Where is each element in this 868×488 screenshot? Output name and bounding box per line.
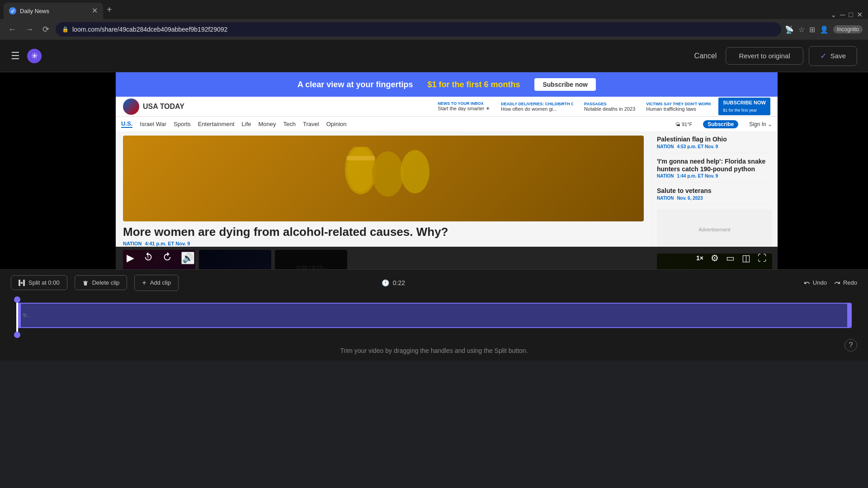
add-clip-label: Add clip [150, 279, 171, 286]
main-article-time: 4:41 p.m. ET Nov. 9 [145, 241, 190, 246]
svg-rect-2 [346, 156, 375, 160]
close-window-button[interactable]: ✕ [857, 10, 863, 19]
subscribe-nav-button[interactable]: Subscribe [703, 120, 738, 128]
nav-entertainment[interactable]: Entertainment [198, 121, 235, 127]
sidebar-article-2-meta: NATION 1:44 p.m. ET Nov. 9 [657, 174, 772, 178]
timeline-playhead-bottom [14, 332, 20, 338]
speed-button[interactable]: 1× [696, 254, 703, 262]
secure-lock-icon: 🔒 [62, 26, 69, 33]
rewind-button[interactable]: 5 [143, 252, 153, 264]
incognito-badge: Incognito [833, 25, 863, 33]
sidebar-article-1-meta: NATION 4:53 p.m. ET Nov. 9 [657, 144, 772, 149]
usa-today-logo-text: USA TODAY [143, 103, 184, 111]
layout-button-2[interactable]: ◫ [742, 253, 750, 263]
nav-israel-war[interactable]: Israel War [140, 121, 166, 127]
layout-button-1[interactable]: ▭ [726, 253, 735, 263]
headline-item-3: PASSAGES Notable deaths in 2023 [584, 102, 635, 112]
headline-label-4: VICTIMS SAY THEY DON'T WORK [646, 102, 711, 106]
usa-today-header: USA TODAY NEWS TO YOUR INBOX Start the d… [116, 97, 778, 117]
sign-in-button[interactable]: Sign In ⌄ [749, 121, 772, 127]
sidebar-article-3-title: Salute to veterans [657, 187, 772, 195]
subscribe-now-header-button[interactable]: SUBSCRIBE NOW$1 for the first year [718, 98, 770, 115]
main-article-title: More women are dying from alcohol-relate… [123, 225, 644, 239]
ad-banner: A clear view at your fingertips $1 for t… [116, 72, 778, 97]
sidebar-article-1: Palestinian flag in Ohio NATION 4:53 p.m… [657, 136, 772, 153]
help-button[interactable]: ? [844, 339, 857, 352]
redo-button[interactable]: Redo [834, 279, 857, 286]
save-label: Save [830, 52, 846, 60]
sidebar-article-2: 'I'm gonna need help': Florida snake hun… [657, 158, 772, 183]
video-container: A clear view at your fingertips $1 for t… [0, 72, 868, 269]
undo-button[interactable]: Undo [804, 279, 827, 286]
profile-icon[interactable]: 👤 [820, 25, 829, 34]
maximize-button[interactable]: □ [849, 11, 853, 19]
timeline-playhead-top [14, 296, 20, 303]
cancel-button[interactable]: Cancel [685, 48, 726, 64]
main-article-image [123, 136, 644, 221]
bookmark-icon[interactable]: ☆ [798, 25, 805, 34]
sidebar-advertisement: Advertisement [657, 209, 772, 250]
headline-label-3: PASSAGES [584, 102, 635, 106]
nav-us[interactable]: U.S. [121, 120, 132, 128]
minimize-button[interactable]: ─ [840, 11, 845, 19]
video-content: A clear view at your fingertips $1 for t… [116, 72, 778, 269]
timeline-track[interactable]: Tr... [16, 303, 852, 328]
right-controls: 1× ⚙ ▭ ◫ ⛶ [696, 253, 767, 263]
split-at-button[interactable]: Split at 0:00 [11, 275, 67, 290]
nav-opinion[interactable]: Opinion [326, 121, 347, 127]
timeline-area: Tr... [0, 296, 868, 341]
timeline-right-handle[interactable] [847, 304, 851, 327]
volume-button[interactable]: 🔊 [181, 252, 194, 264]
usa-today-nav-headlines: NEWS TO YOUR INBOX Start the day smarter… [438, 101, 711, 112]
video-black-right [778, 72, 868, 269]
headline-label-2: DEADLY DELIVERIES: CHILDBIRTH COMP [501, 102, 573, 106]
delete-clip-button[interactable]: Delete clip [75, 275, 127, 290]
hamburger-menu-icon[interactable]: ☰ [11, 50, 20, 62]
news-nav-bar: U.S. Israel War Sports Entertainment Lif… [116, 117, 778, 132]
save-check-icon: ✓ [820, 51, 827, 61]
revert-to-original-button[interactable]: Revert to original [726, 47, 803, 65]
clock-icon: 🕐 [382, 279, 389, 286]
timeline-clip-label: Tr... [23, 313, 31, 318]
navigation-bar: ← → ⟳ 🔒 loom.com/share/49cab284dceb409ab… [0, 19, 868, 40]
add-clip-button[interactable]: + Add clip [134, 275, 179, 291]
nav-travel[interactable]: Travel [303, 121, 319, 127]
tab-bar-right: ⌄ ─ □ ✕ [830, 10, 868, 19]
tab-bar: 🗞 Daily News ✕ + ⌄ ─ □ ✕ [0, 0, 868, 19]
back-button[interactable]: ← [5, 23, 19, 36]
cast-icon[interactable]: 📡 [785, 25, 794, 34]
play-button[interactable]: ▶ [127, 252, 134, 264]
sidebar-article-3-time: Nov. 6, 2023 [677, 196, 703, 201]
browser-tab-active[interactable]: 🗞 Daily News ✕ [4, 3, 103, 19]
bottom-toolbar: Split at 0:00 Delete clip + Add clip 🕐 0… [0, 269, 868, 296]
nav-sports[interactable]: Sports [174, 121, 191, 127]
svg-point-1 [347, 147, 374, 192]
svg-rect-7 [23, 280, 25, 286]
sidebar-article-2-title: 'I'm gonna need help': Florida snake hun… [657, 158, 772, 173]
nav-money[interactable]: Money [259, 121, 276, 127]
add-clip-icon: + [142, 279, 146, 287]
timeline-clip-fill [17, 304, 851, 327]
tab-dropdown-icon[interactable]: ⌄ [830, 10, 836, 19]
loom-logo-icon: ✳ [31, 51, 38, 61]
sidebar-article-3: Salute to veterans NATION Nov. 6, 2023 [657, 187, 772, 205]
nav-life[interactable]: Life [242, 121, 251, 127]
settings-button[interactable]: ⚙ [711, 253, 719, 263]
reload-button[interactable]: ⟳ [40, 23, 52, 36]
fullscreen-button[interactable]: ⛶ [758, 253, 767, 263]
extension-icon[interactable]: ⊞ [809, 25, 815, 34]
forward-button[interactable]: → [23, 23, 36, 36]
time-display: 🕐 0:22 [382, 279, 405, 286]
new-tab-button[interactable]: + [103, 3, 116, 17]
sidebar-article-1-title: Palestinian flag in Ohio [657, 136, 772, 143]
subscribe-now-button[interactable]: Subscribe now [534, 78, 596, 91]
tab-close-button[interactable]: ✕ [92, 7, 98, 14]
address-bar[interactable]: 🔒 loom.com/share/49cab284dceb409abbeef9b… [56, 22, 781, 37]
svg-rect-6 [19, 280, 20, 286]
usa-today-logo: USA TODAY [123, 99, 184, 115]
redo-label: Redo [843, 279, 857, 286]
time-value: 0:22 [393, 279, 405, 286]
save-button[interactable]: ✓ Save [809, 46, 857, 66]
nav-tech[interactable]: Tech [283, 121, 296, 127]
forward-button[interactable] [162, 252, 172, 264]
